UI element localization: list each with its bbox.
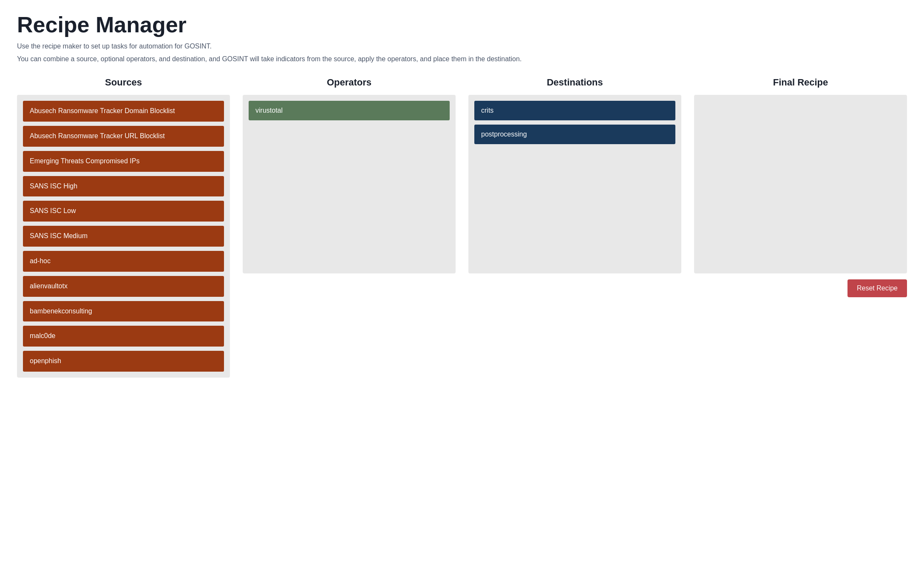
description-2: You can combine a source, optional opera… (17, 54, 907, 64)
source-item[interactable]: alienvaultotx (23, 276, 224, 297)
source-item[interactable]: malc0de (23, 326, 224, 347)
operators-column: Operators virustotal (243, 77, 456, 273)
destinations-column: Destinations critspostprocessing (468, 77, 681, 273)
final-recipe-column: Final Recipe Reset Recipe (694, 77, 907, 297)
source-item[interactable]: bambenekconsulting (23, 301, 224, 322)
destinations-panel: critspostprocessing (468, 95, 681, 273)
operators-panel: virustotal (243, 95, 456, 273)
source-item[interactable]: SANS ISC High (23, 176, 224, 197)
destination-item[interactable]: postprocessing (474, 125, 675, 144)
destinations-heading: Destinations (468, 77, 681, 88)
source-item[interactable]: openphish (23, 351, 224, 372)
source-item[interactable]: Emerging Threats Compromised IPs (23, 151, 224, 172)
final-recipe-panel (694, 95, 907, 273)
source-item[interactable]: ad-hoc (23, 251, 224, 272)
source-item[interactable]: SANS ISC Medium (23, 226, 224, 247)
sources-panel: Abusech Ransomware Tracker Domain Blockl… (17, 95, 230, 378)
operator-item[interactable]: virustotal (249, 101, 450, 120)
page-title: Recipe Manager (17, 13, 907, 37)
source-item[interactable]: Abusech Ransomware Tracker URL Blocklist (23, 126, 224, 147)
destination-item[interactable]: crits (474, 101, 675, 120)
operators-heading: Operators (243, 77, 456, 88)
description-1: Use the recipe maker to set up tasks for… (17, 41, 907, 51)
sources-column: Sources Abusech Ransomware Tracker Domai… (17, 77, 230, 378)
source-item[interactable]: SANS ISC Low (23, 201, 224, 222)
final-recipe-heading: Final Recipe (694, 77, 907, 88)
sources-heading: Sources (17, 77, 230, 88)
reset-recipe-button[interactable]: Reset Recipe (847, 279, 907, 297)
columns-container: Sources Abusech Ransomware Tracker Domai… (17, 77, 907, 378)
source-item[interactable]: Abusech Ransomware Tracker Domain Blockl… (23, 101, 224, 122)
